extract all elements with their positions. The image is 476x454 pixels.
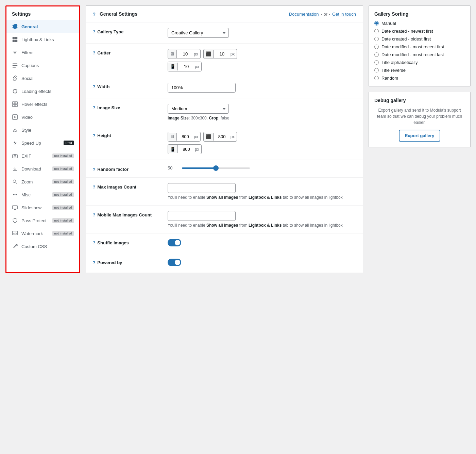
get-in-touch-link[interactable]: Get in touch — [332, 12, 356, 17]
sort-modified-recent-radio[interactable] — [374, 45, 379, 49]
image-size-row: ? Image Size Thumbnail Medium Large Full… — [86, 98, 363, 126]
exif-badge: not installed — [52, 153, 74, 158]
sidebar-item-general[interactable]: General — [6, 20, 79, 33]
gallery-type-content: Creative Gallery Masonry Grid Slider — [168, 28, 356, 38]
zoom-icon — [12, 179, 18, 185]
sidebar-item-watermark[interactable]: Watermark not installed — [6, 227, 79, 240]
gutter-tablet-input[interactable] — [214, 49, 231, 59]
svg-rect-6 — [13, 67, 16, 67]
mobile-max-images-label: ? Mobile Max Images Count — [93, 211, 161, 217]
download-icon — [12, 166, 18, 172]
sort-modified-recent[interactable]: Date modified - most recent first — [374, 44, 465, 49]
debug-description: Export gallery and send it to Modula's s… — [374, 107, 465, 126]
height-tablet-unit: px — [231, 134, 237, 139]
sort-date-newest-radio[interactable] — [374, 29, 379, 33]
powered-by-help[interactable]: ? — [93, 260, 95, 265]
height-tablet-icon: ⬛ — [204, 133, 214, 141]
sidebar-item-social[interactable]: Social — [6, 72, 79, 85]
sort-date-oldest[interactable]: Date created - oldest first — [374, 36, 465, 42]
max-images-input[interactable] — [168, 183, 236, 193]
image-size-help[interactable]: ? — [93, 106, 95, 110]
width-row: ? Width — [86, 77, 363, 98]
sort-random-radio[interactable] — [374, 76, 379, 80]
shuffle-label: ? Shuffle images — [93, 239, 161, 245]
sort-date-newest[interactable]: Date created - newest first — [374, 29, 465, 34]
random-factor-help[interactable]: ? — [93, 167, 95, 172]
sidebar-item-style[interactable]: Style — [6, 124, 79, 136]
sidebar-item-customcss[interactable]: Custom CSS — [6, 240, 79, 253]
gutter-tablet-unit: px — [231, 52, 237, 56]
mobile-max-images-input[interactable] — [168, 211, 236, 221]
height-mobile-input[interactable] — [178, 145, 195, 154]
mobile-max-images-content: You'll need to enable Show all images fr… — [168, 211, 356, 228]
brush-icon — [12, 127, 18, 133]
link-icon — [12, 75, 18, 81]
svg-rect-10 — [15, 104, 17, 107]
svg-point-16 — [13, 180, 16, 182]
sidebar-item-misc[interactable]: Misc not installed — [6, 188, 79, 201]
sidebar-item-slideshow[interactable]: Slideshow not installed — [6, 201, 79, 214]
sort-title-reverse-radio[interactable] — [374, 68, 379, 72]
shuffle-help[interactable]: ? — [93, 241, 95, 245]
random-factor-slider[interactable] — [182, 167, 250, 169]
sort-modified-last-radio[interactable] — [374, 52, 379, 57]
slideshow-icon — [12, 205, 18, 211]
sidebar-label-general: General — [21, 24, 38, 29]
width-content — [168, 83, 356, 93]
sidebar-label-customcss: Custom CSS — [21, 244, 47, 249]
sort-date-oldest-radio[interactable] — [374, 37, 379, 41]
height-tablet-wrapper: ⬛ px — [203, 132, 237, 142]
sort-manual-radio[interactable] — [374, 21, 379, 26]
documentation-link[interactable]: Documentation — [289, 12, 319, 17]
sort-modified-last[interactable]: Date modified - most recent last — [374, 52, 465, 57]
gutter-mobile-input[interactable] — [178, 62, 195, 71]
sort-title-alpha-radio[interactable] — [374, 60, 379, 65]
export-gallery-button[interactable]: Export gallery — [399, 130, 441, 142]
sort-manual[interactable]: Manual — [374, 21, 465, 26]
sidebar-label-hover: Hover effects — [21, 102, 47, 107]
gallery-type-help[interactable]: ? — [93, 30, 95, 34]
height-desktop-input[interactable] — [177, 132, 194, 141]
sidebar-item-captions[interactable]: Captions — [6, 59, 79, 72]
mobile-max-images-help-text: You'll need to enable Show all images fr… — [168, 223, 356, 228]
sidebar-item-hover[interactable]: Hover effects — [6, 98, 79, 111]
svg-rect-8 — [15, 102, 17, 104]
mobile-max-images-help[interactable]: ? — [93, 213, 95, 217]
height-tablet-input[interactable] — [214, 132, 231, 141]
sidebar-item-loading[interactable]: Loading effects — [6, 85, 79, 98]
shuffle-toggle[interactable] — [168, 239, 181, 246]
svg-rect-2 — [13, 40, 15, 42]
sidebar-label-captions: Captions — [21, 63, 39, 68]
image-size-select[interactable]: Thumbnail Medium Large Full — [168, 104, 229, 114]
sidebar-item-passprotect[interactable]: Pass Protect not installed — [6, 214, 79, 227]
gallery-sorting-title: Gallery Sorting — [374, 11, 465, 17]
sort-manual-label: Manual — [381, 21, 396, 26]
sidebar-item-download[interactable]: Download not installed — [6, 162, 79, 175]
sorting-radio-group: Manual Date created - newest first Date … — [374, 21, 465, 81]
sidebar-item-filters[interactable]: Filters — [6, 46, 79, 59]
width-help[interactable]: ? — [93, 84, 95, 89]
height-help[interactable]: ? — [93, 133, 95, 138]
gallery-type-select[interactable]: Creative Gallery Masonry Grid Slider — [168, 28, 229, 38]
sort-title-reverse[interactable]: Title reverse — [374, 68, 465, 73]
sidebar-item-exif[interactable]: EXIF not installed — [6, 149, 79, 162]
width-input[interactable] — [168, 83, 236, 93]
sidebar-item-lightbox[interactable]: Lightbox & Links — [6, 33, 79, 46]
svg-marker-12 — [14, 116, 16, 118]
gutter-row: ? Gutter 🖥 px ⬛ px — [86, 44, 363, 77]
sidebar-label-speedup: Speed Up — [21, 141, 41, 146]
max-images-help[interactable]: ? — [93, 185, 95, 190]
sort-title-alpha[interactable]: Title alphabetically — [374, 60, 465, 65]
svg-rect-5 — [13, 65, 17, 66]
powered-by-toggle[interactable] — [168, 259, 181, 266]
sidebar-label-misc: Misc — [21, 192, 31, 197]
or-text: - or - — [321, 12, 330, 17]
sidebar-item-zoom[interactable]: Zoom not installed — [6, 175, 79, 188]
height-inputs: 🖥 px ⬛ px — [168, 132, 356, 142]
sort-random[interactable]: Random — [374, 76, 465, 81]
header-help-icon[interactable]: ? — [93, 12, 96, 17]
sidebar-item-speedup[interactable]: Speed Up PRO — [6, 136, 79, 149]
gutter-desktop-input[interactable] — [177, 49, 194, 59]
sidebar-item-video[interactable]: Video — [6, 111, 79, 124]
gutter-help[interactable]: ? — [93, 51, 95, 55]
